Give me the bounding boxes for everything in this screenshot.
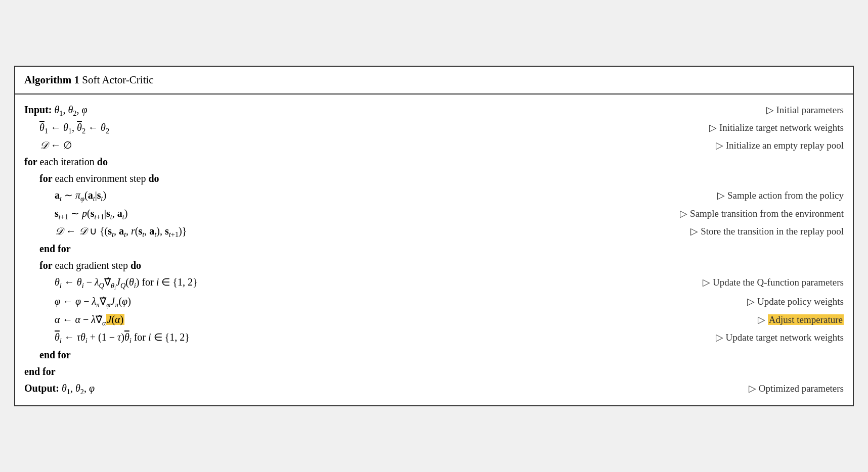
algorithm-row-for-grad: for each gradient step do xyxy=(24,257,844,274)
row-left-input: Input: θ1, θ2, φ xyxy=(24,102,88,119)
row-left-init-D: 𝒟 ← ∅ xyxy=(24,137,72,153)
row-left-init-bar-theta: θ1 ← θ1, θ2 ← θ2 xyxy=(24,120,109,136)
row-left-update-alpha: α ← α − λ∇̂αJ(α) xyxy=(24,312,124,328)
algorithm-row-for-iter: for each iteration do xyxy=(24,154,844,170)
algorithm-row-init-bar-theta: θ1 ← θ1, θ2 ← θ2▷ Initialize target netw… xyxy=(24,119,844,137)
row-left-store-transition: 𝒟 ← 𝒟 ∪ {(st, at, r(st, at), st+1)} xyxy=(24,223,187,240)
algorithm-row-input: Input: θ1, θ2, φ▷ Initial parameters xyxy=(24,102,844,119)
row-left-end-for-grad: end for xyxy=(24,347,71,363)
row-right-store-transition: ▷ Store the transition in the replay poo… xyxy=(690,224,844,239)
row-right-update-policy: ▷ Update policy weights xyxy=(747,294,844,309)
algorithm-row-sample-transition: st+1 ∼ p(st+1|st, at)▷ Sample transition… xyxy=(24,205,844,223)
row-left-end-for-env: end for xyxy=(24,241,71,257)
row-right-sample-action: ▷ Sample action from the policy xyxy=(717,188,844,203)
row-left-end-for-iter: end for xyxy=(24,364,56,380)
algorithm-row-for-env: for each environment step do xyxy=(24,170,844,187)
algorithm-row-update-alpha: α ← α − λ∇̂αJ(α)▷ Adjust temperature xyxy=(24,311,844,329)
algorithm-row-update-target: θi ← τθi + (1 − τ)θi for i ∈ {1, 2}▷ Upd… xyxy=(24,329,844,347)
row-right-init-D: ▷ Initialize an empty replay pool xyxy=(716,138,844,153)
row-right-input: ▷ Initial parameters xyxy=(766,103,844,117)
algorithm-row-end-for-grad: end for xyxy=(24,347,844,363)
row-left-sample-action: at ∼ πφ(at|st) xyxy=(24,187,106,204)
row-right-update-target: ▷ Update target network weights xyxy=(716,330,844,345)
algorithm-row-update-q: θi ← θi − λQ∇̂θiJQ(θi) for i ∈ {1, 2}▷ U… xyxy=(24,274,844,293)
algorithm-row-store-transition: 𝒟 ← 𝒟 ∪ {(st, at, r(st, at), st+1)}▷ Sto… xyxy=(24,223,844,241)
row-left-update-policy: φ ← φ − λπ∇̂φJπ(φ) xyxy=(24,294,131,310)
row-left-update-q: θi ← θi − λQ∇̂θiJQ(θi) for i ∈ {1, 2} xyxy=(24,274,198,293)
algorithm-box: Algorithm 1 Soft Actor-Critic Input: θ1,… xyxy=(14,66,854,406)
row-left-output: Output: θ1, θ2, φ xyxy=(24,381,95,397)
row-left-for-iter: for each iteration do xyxy=(24,154,108,170)
algorithm-row-update-policy: φ ← φ − λπ∇̂φJπ(φ)▷ Update policy weight… xyxy=(24,293,844,311)
row-left-sample-transition: st+1 ∼ p(st+1|st, at) xyxy=(24,206,127,222)
algorithm-row-init-D: 𝒟 ← ∅▷ Initialize an empty replay pool xyxy=(24,137,844,154)
algorithm-row-end-for-iter: end for xyxy=(24,363,844,380)
row-right-output: ▷ Optimized parameters xyxy=(749,381,844,396)
algorithm-row-end-for-env: end for xyxy=(24,241,844,257)
row-right-sample-transition: ▷ Sample transition from the environment xyxy=(680,206,844,221)
row-left-update-target: θi ← τθi + (1 − τ)θi for i ∈ {1, 2} xyxy=(24,329,190,346)
algorithm-name: Soft Actor-Critic xyxy=(82,74,153,86)
algorithm-title: Algorithm 1 Soft Actor-Critic xyxy=(15,67,853,95)
row-left-for-grad: for each gradient step do xyxy=(24,258,141,273)
row-right-update-alpha: ▷ Adjust temperature xyxy=(758,312,844,327)
algorithm-body: Input: θ1, θ2, φ▷ Initial parametersθ1 ←… xyxy=(15,95,853,405)
algorithm-number: Algorithm 1 xyxy=(24,74,79,86)
algorithm-row-sample-action: at ∼ πφ(at|st)▷ Sample action from the p… xyxy=(24,187,844,205)
row-right-update-q: ▷ Update the Q-function parameters xyxy=(703,275,844,290)
row-right-init-bar-theta: ▷ Initialize target network weights xyxy=(709,120,844,135)
row-left-for-env: for each environment step do xyxy=(24,171,159,186)
algorithm-row-output: Output: θ1, θ2, φ▷ Optimized parameters xyxy=(24,380,844,398)
